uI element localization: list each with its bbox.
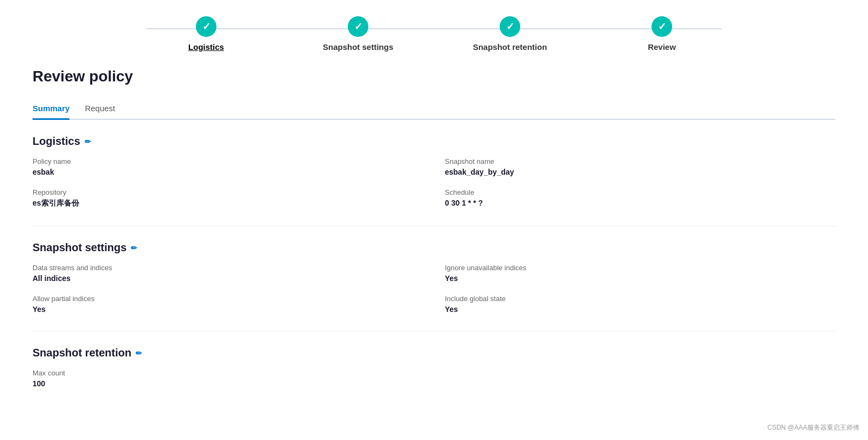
field-policy-name: Policy name esbak: [33, 157, 423, 176]
field-label-ignore-unavailable: Ignore unavailable indices: [445, 264, 835, 272]
field-ignore-unavailable: Ignore unavailable indices Yes: [445, 264, 835, 283]
section-snapshot-settings: Snapshot settings ✏ Data streams and ind…: [33, 241, 835, 314]
section-heading-logistics-text: Logistics: [33, 135, 80, 148]
step-label-snapshot-retention: Snapshot retention: [473, 42, 547, 52]
field-label-data-streams: Data streams and indices: [33, 264, 423, 272]
section-logistics: Logistics ✏ Policy name esbak Snapshot n…: [33, 135, 835, 208]
step-review[interactable]: ✓ Review: [586, 16, 738, 52]
step-circle-review: ✓: [652, 16, 672, 37]
section-heading-snapshot-settings: Snapshot settings ✏: [33, 241, 835, 254]
field-value-snapshot-name: esbak_day_by_day: [445, 168, 835, 176]
field-schedule: Schedule 0 30 1 * * ?: [445, 188, 835, 208]
field-value-ignore-unavailable: Yes: [445, 274, 835, 283]
step-circle-snapshot-retention: ✓: [500, 16, 520, 37]
edit-logistics-icon[interactable]: ✏: [85, 137, 91, 146]
edit-snapshot-settings-icon[interactable]: ✏: [131, 244, 137, 252]
section-heading-snapshot-retention-text: Snapshot retention: [33, 347, 131, 359]
step-snapshot-retention[interactable]: ✓ Snapshot retention: [434, 16, 586, 52]
field-label-allow-partial: Allow partial indices: [33, 295, 423, 303]
field-label-policy-name: Policy name: [33, 157, 423, 165]
snapshot-settings-data-grid: Data streams and indices All indices Ign…: [33, 264, 835, 314]
section-heading-snapshot-settings-text: Snapshot settings: [33, 241, 126, 254]
page-title: Review policy: [33, 68, 835, 85]
field-value-repository: es索引库备份: [33, 199, 423, 208]
field-value-max-count: 100: [33, 379, 423, 388]
watermark: CSDN @AAA服务器重启王师傅: [767, 423, 859, 427]
tab-request[interactable]: Request: [85, 98, 115, 120]
field-value-data-streams: All indices: [33, 274, 423, 283]
step-circle-snapshot-settings: ✓: [348, 16, 368, 37]
section-snapshot-retention: Snapshot retention ✏ Max count 100: [33, 347, 835, 388]
field-value-allow-partial: Yes: [33, 305, 423, 314]
field-label-include-global: Include global state: [445, 295, 835, 303]
field-label-schedule: Schedule: [445, 188, 835, 196]
field-value-schedule: 0 30 1 * * ?: [445, 199, 835, 207]
step-label-snapshot-settings: Snapshot settings: [323, 42, 393, 52]
divider-1: [33, 226, 835, 226]
field-include-global: Include global state Yes: [445, 295, 835, 314]
step-circle-logistics: ✓: [196, 16, 216, 37]
section-heading-logistics: Logistics ✏: [33, 135, 835, 148]
divider-2: [33, 331, 835, 331]
section-heading-snapshot-retention: Snapshot retention ✏: [33, 347, 835, 359]
field-label-snapshot-name: Snapshot name: [445, 157, 835, 165]
field-max-count: Max count 100: [33, 369, 423, 388]
field-value-include-global: Yes: [445, 305, 835, 314]
field-snapshot-name: Snapshot name esbak_day_by_day: [445, 157, 835, 176]
stepper: ✓ Logistics ✓ Snapshot settings ✓ Snapsh…: [33, 0, 835, 68]
step-label-review: Review: [648, 42, 676, 52]
field-label-max-count: Max count: [33, 369, 423, 377]
field-repository: Repository es索引库备份: [33, 188, 423, 208]
field-label-repository: Repository: [33, 188, 423, 196]
snapshot-retention-data-grid: Max count 100: [33, 369, 835, 388]
step-snapshot-settings[interactable]: ✓ Snapshot settings: [282, 16, 434, 52]
step-label-logistics: Logistics: [188, 42, 224, 52]
step-logistics[interactable]: ✓ Logistics: [130, 16, 282, 52]
field-value-policy-name: esbak: [33, 168, 423, 176]
field-allow-partial: Allow partial indices Yes: [33, 295, 423, 314]
edit-snapshot-retention-icon[interactable]: ✏: [136, 349, 142, 358]
tab-summary[interactable]: Summary: [33, 98, 69, 120]
tabs: Summary Request: [33, 98, 835, 120]
logistics-data-grid: Policy name esbak Snapshot name esbak_da…: [33, 157, 835, 208]
field-data-streams: Data streams and indices All indices: [33, 264, 423, 283]
